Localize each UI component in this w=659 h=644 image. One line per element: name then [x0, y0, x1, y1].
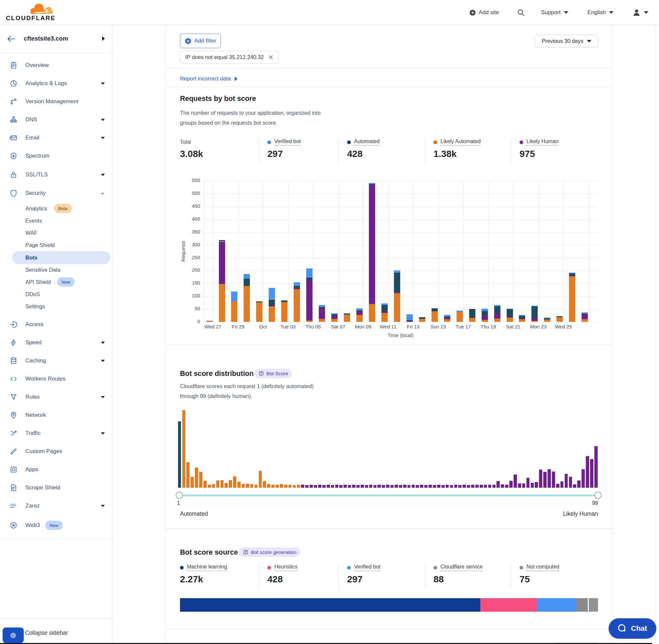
svg-text:CLOUDFLARE: CLOUDFLARE [6, 15, 56, 21]
